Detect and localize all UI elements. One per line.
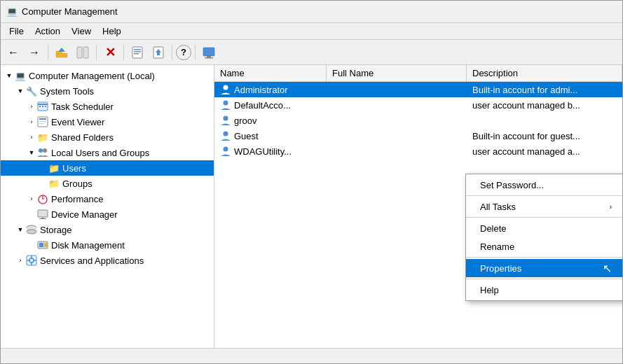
shared-folders-icon: 📁: [37, 132, 48, 143]
tree-item-groups[interactable]: 📁 Groups: [1, 176, 214, 191]
tree-label-device-manager: Device Manager: [51, 209, 118, 220]
tree-item-performance[interactable]: › Performance: [1, 191, 214, 206]
svg-rect-7: [134, 51, 141, 52]
expander-disk-management: [26, 239, 37, 251]
svg-rect-37: [44, 243, 47, 247]
ctx-delete[interactable]: Delete: [466, 219, 622, 237]
ctx-help[interactable]: Help: [466, 281, 622, 299]
context-menu: Set Password... All Tasks › Delete Renam…: [465, 174, 622, 301]
show-console-tree-button[interactable]: [73, 43, 93, 62]
users-folder-icon: 📁: [48, 162, 60, 174]
name-wdagutility: WDAGUtility...: [234, 146, 292, 157]
device-manager-icon: [37, 209, 48, 220]
ctx-delete-label: Delete: [480, 223, 507, 234]
tree-panel: ▼ 💻 Computer Management (Local) ▼ 🔧 Syst…: [1, 65, 214, 348]
svg-point-24: [39, 148, 43, 153]
svg-point-44: [224, 85, 228, 90]
svg-point-46: [224, 101, 228, 106]
cell-name-guest: Guest: [214, 130, 327, 141]
ctx-sep-2: [466, 217, 622, 218]
expander-performance: ›: [26, 193, 37, 204]
expander-users: [37, 162, 48, 174]
list-row-administrator[interactable]: Administrator Built-in account for admi.…: [214, 82, 622, 97]
forward-button[interactable]: →: [25, 43, 44, 62]
storage-icon: [26, 224, 37, 235]
delete-button[interactable]: ✕: [100, 43, 120, 62]
menu-file[interactable]: File: [4, 24, 29, 38]
expander-services-applications: ›: [15, 255, 26, 266]
ctx-sep-3: [466, 257, 622, 258]
tree-item-computer-management[interactable]: ▼ 💻 Computer Management (Local): [1, 68, 214, 83]
svg-rect-19: [45, 106, 46, 107]
name-groov: groov: [234, 115, 257, 126]
expander-groups: [37, 178, 48, 189]
menu-view[interactable]: View: [66, 24, 97, 38]
svg-point-49: [224, 147, 228, 152]
svg-rect-29: [38, 210, 48, 217]
user-icon-administrator: [220, 84, 231, 95]
ctx-help-label: Help: [480, 285, 499, 295]
back-button[interactable]: ←: [4, 43, 23, 62]
svg-point-48: [224, 132, 228, 136]
tree-label-shared-folders: Shared Folders: [51, 132, 114, 143]
ctx-properties[interactable]: Properties ↖: [466, 259, 622, 277]
tree-item-event-viewer[interactable]: › Event Viewer: [1, 114, 214, 130]
computer-icon: 💻: [15, 70, 26, 81]
tree-label-users: Users: [62, 163, 86, 174]
menu-action[interactable]: Action: [29, 24, 66, 38]
groups-folder-icon: 📁: [48, 178, 60, 189]
tree-item-device-manager[interactable]: Device Manager: [1, 206, 214, 222]
tree-item-shared-folders[interactable]: › 📁 Shared Folders: [1, 130, 214, 145]
svg-rect-6: [134, 49, 141, 50]
tree-item-storage[interactable]: ▼ Storage: [1, 222, 214, 237]
ctx-properties-label: Properties: [480, 263, 521, 274]
svg-rect-18: [42, 106, 43, 107]
ctx-all-tasks[interactable]: All Tasks ›: [466, 197, 622, 216]
expander-shared-folders: ›: [26, 132, 37, 143]
cell-name-defaultaccount: DefaultAcco...: [214, 99, 327, 111]
toolbar: ← → ✕ ?: [1, 40, 622, 65]
event-viewer-icon: [37, 116, 48, 127]
name-administrator: Administrator: [234, 85, 288, 95]
svg-point-47: [224, 116, 228, 121]
col-header-name[interactable]: Name: [214, 65, 327, 81]
tree-item-disk-management[interactable]: Disk Management: [1, 237, 214, 253]
col-header-fullname[interactable]: Full Name: [327, 65, 467, 81]
export-button[interactable]: [149, 43, 168, 62]
ctx-set-password[interactable]: Set Password...: [466, 176, 622, 194]
console-button[interactable]: [199, 43, 219, 62]
toolbar-sep-5: [195, 45, 196, 60]
expander-task-scheduler: ›: [26, 101, 37, 112]
list-row-wdagutility[interactable]: WDAGUtility... user account managed a...: [214, 144, 622, 159]
expander-local-users-groups: ▼: [26, 147, 37, 158]
up-button[interactable]: [52, 43, 71, 62]
cell-desc-wdagutility: user account managed a...: [467, 146, 622, 157]
svg-point-34: [27, 230, 36, 234]
right-panel: Name Full Name Description Administrator…: [214, 65, 622, 348]
expander-event-viewer: ›: [26, 116, 37, 127]
ctx-rename-label: Rename: [480, 241, 514, 252]
list-row-groov[interactable]: groov: [214, 113, 622, 128]
list-row-defaultaccount[interactable]: DefaultAcco... user account managed b...: [214, 97, 622, 113]
list-row-guest[interactable]: Guest Built-in account for guest...: [214, 128, 622, 144]
tree-label-local-users-groups: Local Users and Groups: [51, 148, 149, 158]
tree-item-task-scheduler[interactable]: › Task Scheduler: [1, 99, 214, 114]
properties-toolbar-button[interactable]: [128, 43, 147, 62]
tree-item-services-applications[interactable]: › Services and Applications: [1, 253, 214, 268]
local-users-groups-icon: [37, 147, 48, 158]
menu-help[interactable]: Help: [97, 24, 127, 38]
tree-label-system-tools: System Tools: [40, 86, 94, 97]
help-toolbar-button[interactable]: ?: [176, 45, 191, 60]
ctx-set-password-label: Set Password...: [480, 180, 544, 190]
tree-item-local-users-groups[interactable]: ▼ Local Users and Groups: [1, 145, 214, 160]
col-header-description[interactable]: Description: [467, 65, 622, 81]
tree-item-users[interactable]: 📁 Users: [1, 160, 214, 176]
services-applications-icon: [26, 255, 37, 266]
user-icon-groov: [220, 115, 231, 126]
ctx-rename[interactable]: Rename: [466, 237, 622, 255]
tree-item-system-tools[interactable]: ▼ 🔧 System Tools: [1, 83, 214, 99]
svg-rect-22: [39, 121, 46, 122]
main-content: ▼ 💻 Computer Management (Local) ▼ 🔧 Syst…: [1, 65, 622, 348]
ctx-sep-1: [466, 195, 622, 196]
status-bar: [1, 348, 622, 363]
